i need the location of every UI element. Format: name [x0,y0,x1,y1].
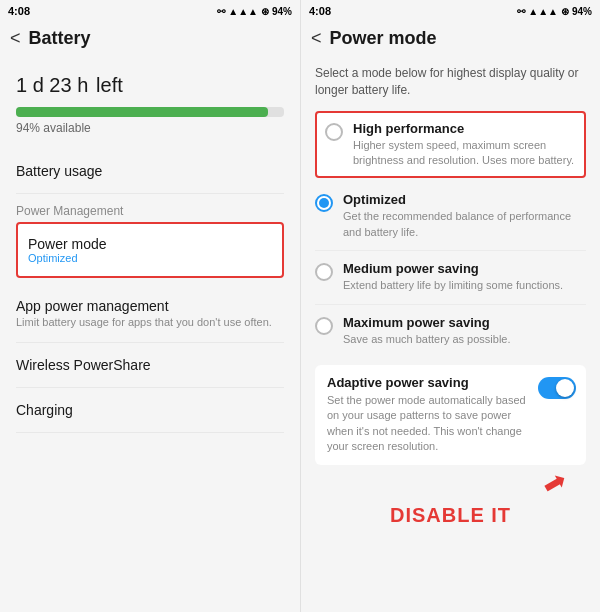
optimized-title: Optimized [343,192,586,207]
medium-power-option[interactable]: Medium power saving Extend battery life … [315,251,586,304]
power-mode-title: Power mode [28,236,272,252]
status-time-right: 4:08 [309,5,331,17]
signal-icon: ▲▲▲ [228,6,258,17]
high-performance-title: High performance [353,121,576,136]
charging-item[interactable]: Charging [16,388,284,433]
medium-power-title: Medium power saving [343,261,586,276]
high-performance-radio[interactable] [325,123,343,141]
wireless-powershare-title: Wireless PowerShare [16,357,284,373]
time-left: 4:08 [8,5,30,17]
optimized-sub: Get the recommended balance of performan… [343,209,586,240]
red-arrow-icon: ➡ [536,463,572,503]
optimized-option[interactable]: Optimized Get the recommended balance of… [315,182,586,251]
left-panel: 4:08 ⚯ ▲▲▲ ⊛ 94% < Battery 1 d 23 h left… [0,0,300,612]
right-header: < Power mode [301,22,600,57]
battery-icon: 94% [272,6,292,17]
adaptive-text: Adaptive power saving Set the power mode… [327,375,530,455]
battery-usage-title: Battery usage [16,163,284,179]
app-power-management-sub: Limit battery usage for apps that you do… [16,316,284,328]
left-header: < Battery [0,22,300,57]
maximum-power-option[interactable]: Maximum power saving Save as much batter… [315,305,586,357]
disable-it-text: DISABLE IT [315,504,586,527]
status-icons-right: ⚯ ▲▲▲ ⊛ 94% [517,6,592,17]
adaptive-sub: Set the power mode automatically based o… [327,393,530,455]
power-mode-description: Select a mode below for highest display … [315,65,586,99]
status-bar-right: 4:08 ⚯ ▲▲▲ ⊛ 94% [301,0,600,22]
power-mode-sub: Optimized [28,252,272,264]
adaptive-toggle[interactable] [538,377,576,399]
maximum-power-sub: Save as much battery as possible. [343,332,586,347]
toggle-knob [556,379,574,397]
maximum-power-text: Maximum power saving Save as much batter… [343,315,586,347]
status-bar-left: 4:08 ⚯ ▲▲▲ ⊛ 94% [0,0,300,22]
app-power-management-item[interactable]: App power management Limit battery usage… [16,284,284,343]
left-header-title: Battery [29,28,91,49]
wifi-icon: ⊛ [261,6,269,17]
power-management-label: Power Management [16,194,284,222]
battery-content: 1 d 23 h left 94% available Battery usag… [0,57,300,612]
arrow-container: ➡ [315,467,586,500]
battery-bar-fill [16,107,268,117]
back-arrow-left[interactable]: < [10,28,21,49]
medium-power-text: Medium power saving Extend battery life … [343,261,586,293]
right-panel: 4:08 ⚯ ▲▲▲ ⊛ 94% < Power mode Select a m… [300,0,600,612]
adaptive-title: Adaptive power saving [327,375,530,390]
high-performance-text: High performance Higher system speed, ma… [353,121,576,169]
bluetooth-icon-right: ⚯ [517,6,525,17]
battery-time-unit: left [96,74,123,96]
status-icons-left: ⚯ ▲▲▲ ⊛ 94% [217,6,292,17]
wireless-powershare-item[interactable]: Wireless PowerShare [16,343,284,388]
app-power-management-title: App power management [16,298,284,314]
optimized-radio[interactable] [315,194,333,212]
battery-available: 94% available [16,121,284,135]
high-performance-option[interactable]: High performance Higher system speed, ma… [315,111,586,179]
right-header-title: Power mode [330,28,437,49]
status-time-left: 4:08 [8,5,30,17]
right-content: Select a mode below for highest display … [301,57,600,612]
bluetooth-icon: ⚯ [217,6,225,17]
power-mode-item[interactable]: Power mode Optimized [16,222,284,278]
maximum-power-title: Maximum power saving [343,315,586,330]
adaptive-power-section: Adaptive power saving Set the power mode… [315,365,586,465]
battery-time: 1 d 23 h left [16,67,284,99]
optimized-text: Optimized Get the recommended balance of… [343,192,586,240]
time-right: 4:08 [309,5,331,17]
high-performance-sub: Higher system speed, maximum screen brig… [353,138,576,169]
signal-icon-right: ▲▲▲ [528,6,558,17]
battery-bar-container [16,107,284,117]
medium-power-radio[interactable] [315,263,333,281]
wifi-icon-right: ⊛ [561,6,569,17]
charging-title: Charging [16,402,284,418]
battery-icon-right: 94% [572,6,592,17]
medium-power-sub: Extend battery life by limiting some fun… [343,278,586,293]
back-arrow-right[interactable]: < [311,28,322,49]
battery-time-value: 1 d 23 h [16,74,88,96]
battery-usage-item[interactable]: Battery usage [16,149,284,194]
maximum-power-radio[interactable] [315,317,333,335]
